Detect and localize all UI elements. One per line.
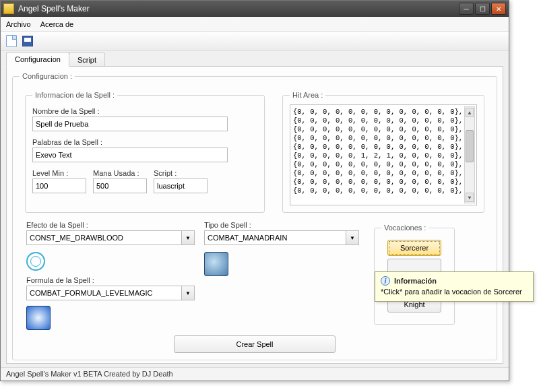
group-hitarea-label: Hit Area : — [290, 91, 325, 99]
spell-name-label: Nombre de la Spell : — [32, 107, 257, 115]
group-configuracion-label: Configuracion : — [20, 72, 75, 80]
vocation-sorcerer-button[interactable]: Sorcerer — [387, 240, 441, 256]
group-info: Informacion de la Spell : Nombre de la S… — [25, 91, 265, 213]
hit-line: {0, 0, 0, 0, 0, 0, 0, 0, 0, 0, 0, 0, 0}, — [293, 160, 474, 169]
status-bar: Angel Spell's Maker v1 BETA Created by D… — [1, 367, 509, 381]
scroll-down-icon[interactable]: ▼ — [466, 193, 474, 202]
type-combo[interactable] — [204, 230, 346, 245]
tooltip-title: Información — [394, 277, 437, 285]
spell-name-input[interactable] — [32, 117, 228, 131]
group-vocaciones-label: Vocaciones : — [381, 224, 429, 232]
hit-line: {0, 0, 0, 0, 0, 0, 0, 0, 0, 0, 0, 0, 0}, — [293, 178, 474, 187]
type-preview-icon — [204, 252, 228, 276]
hitarea-scrollbar[interactable]: ▲ ▼ — [464, 106, 475, 203]
maximize-button[interactable]: ☐ — [475, 3, 490, 15]
menu-archivo[interactable]: Archivo — [6, 20, 31, 28]
hit-line: {0, 0, 0, 0, 0, 0, 0, 0, 0, 0, 0, 0, 0}, — [293, 169, 474, 178]
minimize-button[interactable]: ─ — [459, 3, 474, 15]
mana-input[interactable] — [93, 178, 147, 193]
app-icon — [3, 3, 14, 14]
tab-panel: Configuracion : Informacion de la Spell … — [6, 66, 503, 364]
formula-preview-icon — [26, 306, 51, 330]
spell-words-label: Palabras de la Spell : — [32, 138, 257, 146]
hit-line: {0, 0, 0, 0, 0, 0, 0, 0, 0, 0, 0, 0, 0}, — [293, 125, 474, 134]
effect-dropdown-button[interactable]: ▼ — [181, 230, 195, 245]
hit-line: {0, 0, 0, 0, 0, 0, 0, 0, 0, 0, 0, 0, 0}, — [293, 108, 474, 117]
formula-label: Formula de la Spell : — [26, 276, 195, 284]
hit-line: {0, 0, 0, 0, 0, 1, 2, 1, 0, 0, 0, 0, 0}, — [293, 152, 474, 160]
scroll-thumb[interactable] — [466, 130, 474, 162]
hitarea-textbox[interactable]: {0, 0, 0, 0, 0, 0, 0, 0, 0, 0, 0, 0, 0},… — [290, 104, 477, 205]
effect-combo[interactable] — [26, 230, 181, 245]
group-configuracion: Configuracion : Informacion de la Spell … — [12, 72, 497, 360]
hit-line: {0, 0, 0, 0, 0, 0, 0, 0, 0, 0, 0, 0, 0}, — [293, 187, 474, 195]
script-label: Script : — [154, 169, 208, 177]
group-hitarea: Hit Area : {0, 0, 0, 0, 0, 0, 0, 0, 0, 0… — [282, 91, 484, 213]
titlebar: Angel Spell's Maker ─ ☐ ✕ — [1, 1, 509, 17]
tooltip-body: *Click* para añadir la vocacion de Sorce… — [381, 288, 528, 296]
tooltip-info: i Información *Click* para añadir la voc… — [375, 271, 534, 302]
type-label: Tipo de Spell : — [204, 221, 359, 229]
mana-label: Mana Usada : — [93, 169, 147, 177]
tab-script[interactable]: Script — [69, 53, 105, 67]
scroll-up-icon[interactable]: ▲ — [466, 108, 474, 117]
hit-line: {0, 0, 0, 0, 0, 0, 0, 0, 0, 0, 0, 0, 0}, — [293, 117, 474, 125]
app-window: Angel Spell's Maker ─ ☐ ✕ Archivo Acerca… — [0, 0, 509, 381]
info-icon: i — [381, 276, 390, 286]
hit-line: {0, 0, 0, 0, 0, 0, 0, 0, 0, 0, 0, 0, 0}, — [293, 143, 474, 152]
formula-combo[interactable] — [26, 286, 181, 300]
hit-line: {0, 0, 0, 0, 0, 0, 0, 0, 0, 0, 0, 0, 0}, — [293, 134, 474, 143]
tab-configuracion[interactable]: Configuracion — [6, 52, 69, 67]
effect-label: Efecto de la Spell : — [26, 221, 195, 229]
effect-preview-icon — [26, 252, 45, 271]
group-info-label: Informacion de la Spell : — [32, 91, 117, 99]
script-input[interactable] — [154, 178, 208, 193]
window-title: Angel Spell's Maker — [18, 4, 457, 13]
menu-acerca[interactable]: Acerca de — [40, 20, 74, 28]
level-min-label: Level Min : — [32, 169, 86, 177]
close-button[interactable]: ✕ — [491, 3, 506, 15]
formula-dropdown-button[interactable]: ▼ — [181, 286, 195, 300]
new-file-icon[interactable] — [6, 35, 17, 47]
level-min-input[interactable] — [32, 178, 86, 193]
save-file-icon[interactable] — [22, 36, 33, 46]
menubar: Archivo Acerca de — [1, 17, 509, 32]
toolbar — [1, 32, 509, 51]
create-spell-button[interactable]: Crear Spell — [174, 335, 336, 353]
spell-words-input[interactable] — [32, 148, 228, 162]
tabstrip: Configuracion Script — [1, 52, 509, 67]
type-dropdown-button[interactable]: ▼ — [346, 230, 359, 245]
